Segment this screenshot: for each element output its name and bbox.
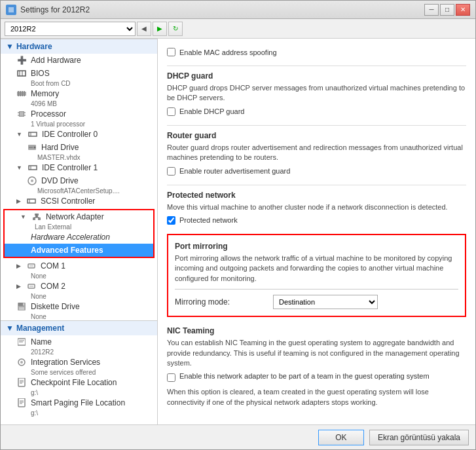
sidebar-item-hw-accel[interactable]: Hardware Acceleration	[5, 231, 153, 244]
router-guard-checkbox[interactable]	[167, 167, 175, 176]
dvd-icon	[27, 176, 37, 186]
refresh-button[interactable]: ↻	[168, 22, 183, 36]
integration-icon	[16, 357, 27, 367]
name-sublabel: 2012R2	[1, 348, 157, 356]
settings-window: Settings for 2012R2 ─ □ ✕ 2012R2 ◀ ▶ ↻ ▼…	[0, 0, 476, 450]
title-bar-buttons: ─ □ ✕	[424, 4, 470, 16]
svg-point-24	[31, 179, 33, 182]
sidebar-item-add-hardware[interactable]: ➕ Add Hardware	[1, 54, 157, 67]
svg-rect-27	[33, 217, 35, 220]
sidebar-item-diskette[interactable]: Diskette Drive	[1, 300, 157, 313]
router-guard-label: Enable router advertisement guard	[179, 167, 290, 175]
ide1-expand-icon: ▼	[16, 164, 22, 171]
svg-rect-25	[27, 199, 35, 203]
port-mirroring-section: Port mirroring Port mirroring allows the…	[167, 234, 466, 317]
network-adapter-group: ▼ Network Adapter Lan External Hardware …	[3, 209, 155, 258]
protected-network-checkbox[interactable]	[167, 216, 175, 225]
network-icon	[31, 212, 42, 222]
svg-point-19	[34, 147, 36, 149]
app-icon	[6, 5, 16, 15]
sidebar-item-checkpoint[interactable]: Checkpoint File Location	[1, 376, 157, 389]
sidebar: ▼ Hardware ➕ Add Hardware BIOS Boot from…	[1, 39, 158, 424]
sidebar-item-scsi[interactable]: ▶ SCSI Controller	[1, 195, 157, 208]
divider3	[167, 185, 466, 185]
checkpoint-icon	[16, 377, 27, 388]
mac-spoofing-label: Enable MAC address spoofing	[179, 48, 277, 56]
svg-rect-21	[29, 166, 37, 170]
nic-teaming-desc: You can establish NIC Teaming in the gue…	[167, 338, 466, 368]
sidebar-item-processor[interactable]: Processor	[1, 107, 157, 121]
minimize-button[interactable]: ─	[424, 4, 439, 16]
svg-rect-8	[22, 91, 23, 96]
sidebar-item-name[interactable]: Name	[1, 335, 157, 348]
management-section-label: Management	[16, 324, 64, 333]
mirroring-mode-select[interactable]: None Destination Source Both	[273, 295, 378, 309]
integration-sublabel: Some services offered	[1, 369, 157, 376]
hard-drive-sublabel: MASTER.vhdx	[1, 154, 157, 161]
svg-point-40	[29, 286, 31, 287]
ide0-expand-icon: ▼	[16, 131, 22, 138]
add-hardware-icon: ➕	[16, 55, 27, 66]
memory-sublabel: 4096 MB	[1, 100, 157, 107]
nic-teaming-checkbox[interactable]	[167, 373, 175, 382]
dhcp-guard-checkbox[interactable]	[167, 107, 175, 116]
forward-button[interactable]: ▶	[153, 22, 167, 36]
sidebar-label-name: Name	[31, 337, 52, 347]
network-expand-icon: ▼	[20, 214, 26, 220]
sidebar-label-com1: COM 1	[41, 261, 65, 271]
sidebar-item-hard-drive[interactable]: Hard Drive	[1, 141, 157, 154]
mac-spoofing-checkbox[interactable]	[167, 48, 175, 56]
svg-rect-44	[18, 303, 23, 306]
svg-point-37	[31, 265, 32, 267]
hardware-section-header[interactable]: ▼ Hardware	[1, 39, 157, 54]
sidebar-item-network-adapter[interactable]: ▼ Network Adapter	[5, 210, 153, 223]
toolbar: 2012R2 ◀ ▶ ↻	[1, 19, 475, 39]
sidebar-item-integration[interactable]: Integration Services	[1, 356, 157, 369]
sidebar-item-memory[interactable]: Memory	[1, 87, 157, 100]
smart-paging-icon	[16, 398, 27, 408]
management-expand-icon: ▼	[6, 324, 14, 333]
nic-teaming-title: NIC Teaming	[167, 326, 466, 335]
right-panel: Enable MAC address spoofing DHCP guard D…	[158, 39, 475, 424]
bios-sublabel: Boot from CD	[1, 80, 157, 87]
router-guard-row: Enable router advertisement guard	[167, 167, 466, 176]
title-bar: Settings for 2012R2 ─ □ ✕	[1, 1, 475, 19]
sidebar-label-hw-accel: Hardware Acceleration	[31, 233, 110, 242]
maximize-button[interactable]: □	[440, 4, 454, 16]
sidebar-label-ide0: IDE Controller 0	[42, 130, 98, 139]
bios-icon	[16, 68, 27, 79]
protected-network-row: Protected network	[167, 216, 466, 225]
sidebar-item-com1[interactable]: ▶ COM 1	[1, 259, 157, 272]
sidebar-item-ide0[interactable]: ▼ IDE Controller 0	[1, 128, 157, 141]
sidebar-item-dvd-drive[interactable]: DVD Drive	[1, 174, 157, 187]
window-title: Settings for 2012R2	[20, 5, 90, 14]
sidebar-item-smart-paging[interactable]: Smart Paging File Location	[1, 396, 157, 409]
svg-point-38	[32, 265, 33, 267]
sidebar-label-add-hardware: Add Hardware	[31, 56, 81, 65]
memory-icon	[16, 88, 27, 99]
sidebar-item-com2[interactable]: ▶ COM 2	[1, 280, 157, 293]
nic-teaming-section: NIC Teaming You can establish NIC Teamin…	[167, 326, 466, 407]
close-button[interactable]: ✕	[456, 4, 470, 16]
sidebar-label-scsi: SCSI Controller	[41, 197, 95, 206]
svg-point-36	[29, 265, 31, 267]
protected-network-desc: Move this virtual machine to another clu…	[167, 202, 466, 212]
scsi-expand-icon: ▶	[16, 198, 21, 204]
management-section-header[interactable]: ▼ Management	[1, 320, 157, 335]
back-button[interactable]: ◀	[137, 22, 151, 36]
sidebar-item-advanced-features[interactable]: Advanced Features	[5, 244, 153, 257]
sidebar-label-integration: Integration Services	[31, 358, 100, 367]
sidebar-label-diskette: Diskette Drive	[31, 302, 80, 311]
sidebar-label-advanced-features: Advanced Features	[31, 246, 103, 255]
svg-point-42	[32, 286, 33, 287]
sidebar-item-bios[interactable]: BIOS	[1, 67, 157, 80]
port-mirroring-title: Port mirroring	[175, 242, 458, 251]
hard-drive-icon	[27, 142, 37, 153]
vm-selector[interactable]: 2012R2	[5, 22, 136, 36]
svg-point-41	[31, 286, 32, 287]
sidebar-item-ide1[interactable]: ▼ IDE Controller 1	[1, 161, 157, 174]
protected-network-section: Protected network Move this virtual mach…	[167, 191, 466, 225]
cancel-button[interactable]: Ekran görüntüsü yakala	[369, 430, 469, 445]
sidebar-label-hard-drive: Hard Drive	[41, 143, 79, 152]
ok-button[interactable]: OK	[318, 430, 364, 445]
